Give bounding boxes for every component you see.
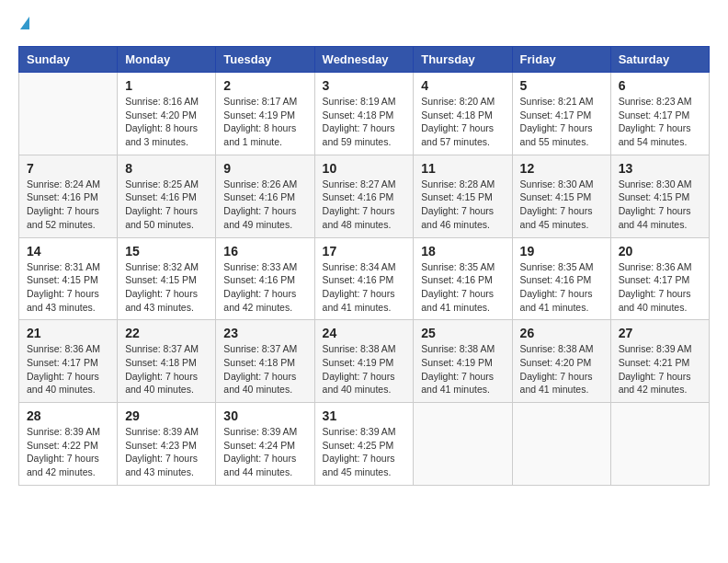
calendar-cell: 12Sunrise: 8:30 AM Sunset: 4:15 PM Dayli… xyxy=(512,155,610,237)
day-number: 15 xyxy=(125,244,208,259)
calendar-cell: 26Sunrise: 8:38 AM Sunset: 4:20 PM Dayli… xyxy=(512,320,610,403)
day-number: 1 xyxy=(125,78,208,93)
day-number: 14 xyxy=(27,244,109,259)
calendar-week-4: 21Sunrise: 8:36 AM Sunset: 4:17 PM Dayli… xyxy=(19,320,710,403)
day-info: Sunrise: 8:39 AM Sunset: 4:23 PM Dayligh… xyxy=(125,425,208,479)
day-info: Sunrise: 8:16 AM Sunset: 4:20 PM Dayligh… xyxy=(125,95,208,149)
day-info: Sunrise: 8:39 AM Sunset: 4:25 PM Dayligh… xyxy=(323,425,406,479)
calendar-cell xyxy=(414,403,512,486)
calendar-header-row: SundayMondayTuesdayWednesdayThursdayFrid… xyxy=(19,47,710,73)
day-number: 8 xyxy=(125,161,208,176)
day-number: 12 xyxy=(520,161,603,176)
calendar-cell: 30Sunrise: 8:39 AM Sunset: 4:24 PM Dayli… xyxy=(216,403,314,486)
day-info: Sunrise: 8:34 AM Sunset: 4:16 PM Dayligh… xyxy=(323,260,406,315)
day-number: 27 xyxy=(619,326,701,340)
page-header xyxy=(18,18,710,31)
calendar-week-5: 28Sunrise: 8:39 AM Sunset: 4:22 PM Dayli… xyxy=(19,403,710,486)
day-info: Sunrise: 8:23 AM Sunset: 4:17 PM Dayligh… xyxy=(619,95,701,149)
calendar-cell: 11Sunrise: 8:28 AM Sunset: 4:15 PM Dayli… xyxy=(414,155,512,237)
calendar-cell: 29Sunrise: 8:39 AM Sunset: 4:23 PM Dayli… xyxy=(118,403,216,486)
calendar-cell: 4Sunrise: 8:20 AM Sunset: 4:18 PM Daylig… xyxy=(414,73,512,155)
logo-triangle-icon xyxy=(20,17,29,29)
day-number: 24 xyxy=(323,326,406,340)
day-info: Sunrise: 8:38 AM Sunset: 4:19 PM Dayligh… xyxy=(421,342,504,396)
column-header-wednesday: Wednesday xyxy=(314,47,414,73)
day-info: Sunrise: 8:24 AM Sunset: 4:16 PM Dayligh… xyxy=(27,178,109,232)
day-info: Sunrise: 8:30 AM Sunset: 4:15 PM Dayligh… xyxy=(520,178,603,232)
day-number: 4 xyxy=(421,78,504,93)
day-info: Sunrise: 8:39 AM Sunset: 4:22 PM Dayligh… xyxy=(27,425,109,479)
calendar-table: SundayMondayTuesdayWednesdayThursdayFrid… xyxy=(18,46,710,486)
day-number: 18 xyxy=(421,244,504,259)
day-number: 26 xyxy=(520,326,603,340)
day-number: 2 xyxy=(223,78,306,93)
day-info: Sunrise: 8:20 AM Sunset: 4:18 PM Dayligh… xyxy=(421,95,504,149)
day-number: 31 xyxy=(323,408,406,423)
day-number: 29 xyxy=(125,408,208,423)
calendar-week-2: 7Sunrise: 8:24 AM Sunset: 4:16 PM Daylig… xyxy=(19,155,710,237)
calendar-cell: 15Sunrise: 8:32 AM Sunset: 4:15 PM Dayli… xyxy=(118,237,216,320)
day-info: Sunrise: 8:25 AM Sunset: 4:16 PM Dayligh… xyxy=(125,178,208,232)
column-header-friday: Friday xyxy=(512,47,610,73)
day-number: 30 xyxy=(223,408,306,423)
calendar-cell: 25Sunrise: 8:38 AM Sunset: 4:19 PM Dayli… xyxy=(414,320,512,403)
calendar-cell: 1Sunrise: 8:16 AM Sunset: 4:20 PM Daylig… xyxy=(118,73,216,155)
day-info: Sunrise: 8:36 AM Sunset: 4:17 PM Dayligh… xyxy=(27,342,109,396)
day-info: Sunrise: 8:21 AM Sunset: 4:17 PM Dayligh… xyxy=(520,95,603,149)
day-number: 6 xyxy=(619,78,701,93)
calendar-cell: 3Sunrise: 8:19 AM Sunset: 4:18 PM Daylig… xyxy=(314,73,414,155)
day-number: 5 xyxy=(520,78,603,93)
day-info: Sunrise: 8:33 AM Sunset: 4:16 PM Dayligh… xyxy=(223,260,306,315)
day-number: 20 xyxy=(619,244,701,259)
calendar-cell: 6Sunrise: 8:23 AM Sunset: 4:17 PM Daylig… xyxy=(610,73,709,155)
calendar-cell: 19Sunrise: 8:35 AM Sunset: 4:16 PM Dayli… xyxy=(512,237,610,320)
day-number: 23 xyxy=(223,326,306,340)
day-info: Sunrise: 8:37 AM Sunset: 4:18 PM Dayligh… xyxy=(125,342,208,396)
calendar-cell: 22Sunrise: 8:37 AM Sunset: 4:18 PM Dayli… xyxy=(118,320,216,403)
calendar-cell: 14Sunrise: 8:31 AM Sunset: 4:15 PM Dayli… xyxy=(19,237,118,320)
column-header-tuesday: Tuesday xyxy=(216,47,314,73)
day-info: Sunrise: 8:31 AM Sunset: 4:15 PM Dayligh… xyxy=(27,260,109,315)
logo xyxy=(18,18,29,31)
day-info: Sunrise: 8:35 AM Sunset: 4:16 PM Dayligh… xyxy=(421,260,504,315)
calendar-cell: 20Sunrise: 8:36 AM Sunset: 4:17 PM Dayli… xyxy=(610,237,709,320)
day-number: 11 xyxy=(421,161,504,176)
calendar-week-1: 1Sunrise: 8:16 AM Sunset: 4:20 PM Daylig… xyxy=(19,73,710,155)
calendar-cell: 16Sunrise: 8:33 AM Sunset: 4:16 PM Dayli… xyxy=(216,237,314,320)
column-header-saturday: Saturday xyxy=(610,47,709,73)
day-number: 21 xyxy=(27,326,109,340)
day-info: Sunrise: 8:28 AM Sunset: 4:15 PM Dayligh… xyxy=(421,178,504,232)
calendar-cell: 28Sunrise: 8:39 AM Sunset: 4:22 PM Dayli… xyxy=(19,403,118,486)
day-number: 7 xyxy=(27,161,109,176)
calendar-cell: 21Sunrise: 8:36 AM Sunset: 4:17 PM Dayli… xyxy=(19,320,118,403)
day-number: 25 xyxy=(421,326,504,340)
column-header-sunday: Sunday xyxy=(19,47,118,73)
day-info: Sunrise: 8:35 AM Sunset: 4:16 PM Dayligh… xyxy=(520,260,603,315)
calendar-cell: 8Sunrise: 8:25 AM Sunset: 4:16 PM Daylig… xyxy=(118,155,216,237)
day-info: Sunrise: 8:36 AM Sunset: 4:17 PM Dayligh… xyxy=(619,260,701,315)
calendar-cell: 27Sunrise: 8:39 AM Sunset: 4:21 PM Dayli… xyxy=(610,320,709,403)
column-header-thursday: Thursday xyxy=(414,47,512,73)
calendar-cell: 2Sunrise: 8:17 AM Sunset: 4:19 PM Daylig… xyxy=(216,73,314,155)
day-info: Sunrise: 8:32 AM Sunset: 4:15 PM Dayligh… xyxy=(125,260,208,315)
calendar-cell: 23Sunrise: 8:37 AM Sunset: 4:18 PM Dayli… xyxy=(216,320,314,403)
calendar-cell: 17Sunrise: 8:34 AM Sunset: 4:16 PM Dayli… xyxy=(314,237,414,320)
day-number: 9 xyxy=(223,161,306,176)
day-info: Sunrise: 8:19 AM Sunset: 4:18 PM Dayligh… xyxy=(323,95,406,149)
day-number: 17 xyxy=(323,244,406,259)
day-info: Sunrise: 8:26 AM Sunset: 4:16 PM Dayligh… xyxy=(223,178,306,232)
day-info: Sunrise: 8:37 AM Sunset: 4:18 PM Dayligh… xyxy=(223,342,306,396)
day-number: 22 xyxy=(125,326,208,340)
calendar-cell: 9Sunrise: 8:26 AM Sunset: 4:16 PM Daylig… xyxy=(216,155,314,237)
calendar-cell: 24Sunrise: 8:38 AM Sunset: 4:19 PM Dayli… xyxy=(314,320,414,403)
day-number: 10 xyxy=(323,161,406,176)
day-info: Sunrise: 8:39 AM Sunset: 4:21 PM Dayligh… xyxy=(619,342,701,396)
calendar-cell: 10Sunrise: 8:27 AM Sunset: 4:16 PM Dayli… xyxy=(314,155,414,237)
calendar-cell: 7Sunrise: 8:24 AM Sunset: 4:16 PM Daylig… xyxy=(19,155,118,237)
calendar-cell: 5Sunrise: 8:21 AM Sunset: 4:17 PM Daylig… xyxy=(512,73,610,155)
calendar-cell xyxy=(512,403,610,486)
day-info: Sunrise: 8:38 AM Sunset: 4:19 PM Dayligh… xyxy=(323,342,406,396)
calendar-cell xyxy=(19,73,118,155)
day-info: Sunrise: 8:30 AM Sunset: 4:15 PM Dayligh… xyxy=(619,178,701,232)
day-info: Sunrise: 8:27 AM Sunset: 4:16 PM Dayligh… xyxy=(323,178,406,232)
